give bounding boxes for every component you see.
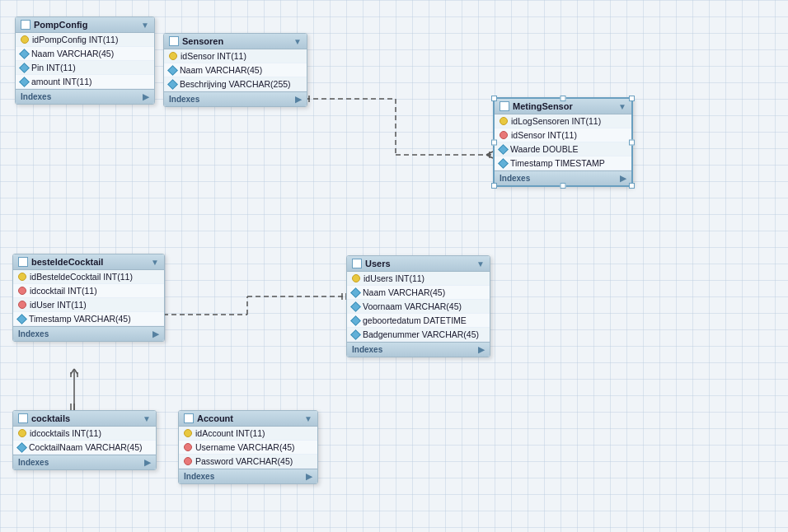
- field-text: Timestamp VARCHAR(45): [29, 314, 131, 324]
- svg-line-6: [486, 155, 493, 158]
- table-cocktails[interactable]: cocktails ▼ idcocktails INT(11) Cocktail…: [12, 410, 157, 470]
- field-text: CocktailNaam VARCHAR(45): [29, 442, 143, 452]
- table-icon-sensoren: [169, 36, 179, 46]
- dropdown-arrow-pompconfig[interactable]: ▼: [141, 21, 149, 30]
- dropdown-arrow-metingsensor[interactable]: ▼: [618, 102, 626, 111]
- field-row: Naam VARCHAR(45): [16, 47, 154, 61]
- field-row: Password VARCHAR(45): [179, 455, 317, 469]
- field-row: idcocktail INT(11): [13, 284, 164, 298]
- field-text: Timestamp TIMESTAMP: [510, 158, 605, 168]
- field-icon: [167, 79, 178, 90]
- dropdown-arrow-sensoren[interactable]: ▼: [293, 37, 302, 46]
- table-metingsensor[interactable]: MetingSensor ▼ idLogSensoren INT(11) idS…: [493, 97, 633, 187]
- table-users[interactable]: Users ▼ idUsers INT(11) Naam VARCHAR(45)…: [346, 255, 490, 357]
- footer-label: Indexes: [500, 174, 530, 183]
- table-footer-sensoren[interactable]: Indexes ▶: [164, 91, 307, 106]
- fk-icon: [184, 443, 192, 451]
- field-row: idcocktails INT(11): [13, 427, 156, 441]
- field-text: Beschrijving VARCHAR(255): [180, 79, 291, 89]
- key-icon: [352, 274, 360, 282]
- field-row: CocktailNaam VARCHAR(45): [13, 441, 156, 455]
- table-bestellecocktail[interactable]: besteldeCocktail ▼ idBesteldeCocktail IN…: [12, 254, 165, 342]
- field-text: idUser INT(11): [30, 300, 87, 310]
- svg-line-17: [71, 369, 74, 374]
- field-row: idBesteldeCocktail INT(11): [13, 270, 164, 284]
- field-icon: [350, 301, 361, 312]
- field-text: Naam VARCHAR(45): [31, 49, 114, 58]
- field-row: Badgenummer VARCHAR(45): [347, 328, 490, 342]
- footer-label: Indexes: [352, 345, 382, 354]
- field-text: Badgenummer VARCHAR(45): [363, 329, 479, 339]
- field-row: Timestamp TIMESTAMP: [495, 156, 631, 170]
- table-pompconfig[interactable]: PompConfig ▼ idPompConfig INT(11) Naam V…: [15, 16, 155, 105]
- field-icon: [167, 65, 178, 76]
- table-title-pompconfig: PompConfig: [34, 20, 87, 30]
- field-text: geboortedatum DATETIME: [363, 315, 467, 325]
- table-icon-metingsensor: [500, 101, 509, 111]
- table-title-cocktails: cocktails: [31, 413, 70, 423]
- footer-arrow[interactable]: ▶: [144, 458, 151, 467]
- field-row: idSensor INT(11): [495, 128, 631, 142]
- footer-arrow[interactable]: ▶: [620, 174, 626, 183]
- fk-icon: [184, 457, 192, 465]
- field-icon: [498, 158, 509, 169]
- table-header-sensoren: Sensoren ▼: [164, 34, 307, 49]
- footer-arrow[interactable]: ▶: [306, 472, 312, 481]
- footer-label: Indexes: [184, 472, 214, 481]
- table-account[interactable]: Account ▼ idAccount INT(11) Username VAR…: [178, 410, 318, 484]
- table-footer-pompconfig[interactable]: Indexes ▶: [16, 89, 154, 104]
- field-row: Naam VARCHAR(45): [347, 286, 490, 300]
- table-title-sensoren: Sensoren: [182, 36, 223, 46]
- table-footer-users[interactable]: Indexes ▶: [347, 342, 490, 357]
- footer-arrow[interactable]: ▶: [143, 92, 149, 101]
- field-row: idPompConfig INT(11): [16, 33, 154, 47]
- dropdown-arrow-account[interactable]: ▼: [304, 414, 312, 423]
- table-title-metingsensor: MetingSensor: [513, 101, 573, 111]
- field-text: idLogSensoren INT(11): [511, 116, 601, 126]
- table-icon-account: [184, 413, 194, 423]
- svg-line-5: [486, 152, 493, 155]
- table-footer-account[interactable]: Indexes ▶: [179, 469, 317, 483]
- table-footer-cocktails[interactable]: Indexes ▶: [13, 455, 156, 469]
- field-row: Beschrijving VARCHAR(255): [164, 77, 307, 91]
- table-header-bestellecocktail: besteldeCocktail ▼: [13, 254, 164, 270]
- key-icon: [169, 52, 177, 60]
- field-text: Pin INT(11): [31, 63, 76, 72]
- field-icon: [16, 314, 27, 324]
- table-title-account: Account: [197, 413, 233, 423]
- table-icon: [18, 257, 28, 267]
- footer-arrow[interactable]: ▶: [295, 95, 302, 104]
- footer-arrow[interactable]: ▶: [478, 345, 485, 354]
- field-text: amount INT(11): [31, 77, 92, 86]
- field-row: Timestamp VARCHAR(45): [13, 312, 164, 326]
- field-text: Username VARCHAR(45): [195, 442, 295, 452]
- dropdown-arrow[interactable]: ▼: [151, 258, 159, 267]
- table-title-bestellecocktail: besteldeCocktail: [31, 257, 103, 267]
- fk-icon: [18, 287, 26, 295]
- key-icon: [18, 273, 26, 281]
- dropdown-arrow-cocktails[interactable]: ▼: [143, 414, 151, 423]
- table-icon-pompconfig: [21, 20, 30, 30]
- field-text: idcocktails INT(11): [30, 428, 101, 438]
- table-icon-cocktails: [18, 413, 28, 423]
- key-icon: [18, 429, 26, 437]
- table-header-cocktails: cocktails ▼: [13, 411, 156, 427]
- field-row: Voornaam VARCHAR(45): [347, 300, 490, 314]
- fk-icon: [500, 131, 508, 139]
- key-icon: [500, 117, 508, 125]
- dropdown-arrow-users[interactable]: ▼: [476, 259, 485, 268]
- table-footer-bestellecocktail[interactable]: Indexes ▶: [13, 326, 164, 341]
- field-text: Password VARCHAR(45): [195, 456, 293, 466]
- footer-arrow[interactable]: ▶: [152, 329, 159, 338]
- table-header-account: Account ▼: [179, 411, 317, 427]
- field-icon: [19, 77, 30, 87]
- field-row: amount INT(11): [16, 75, 154, 89]
- field-icon: [498, 144, 509, 155]
- field-text: idSensor INT(11): [511, 130, 577, 140]
- field-row: idSensor INT(11): [164, 49, 307, 63]
- field-row: idUsers INT(11): [347, 272, 490, 286]
- table-sensoren[interactable]: Sensoren ▼ idSensor INT(11) Naam VARCHAR…: [163, 33, 307, 107]
- field-text: Naam VARCHAR(45): [180, 65, 262, 75]
- field-row: Username VARCHAR(45): [179, 441, 317, 455]
- footer-label: Indexes: [21, 92, 51, 101]
